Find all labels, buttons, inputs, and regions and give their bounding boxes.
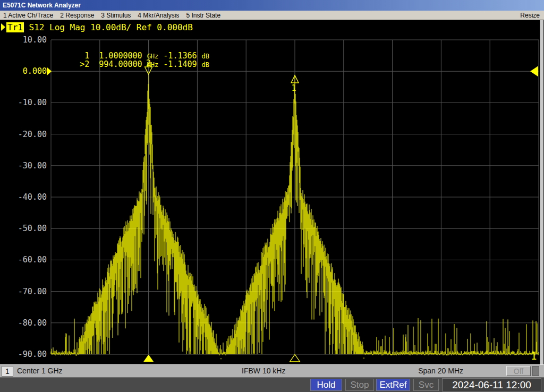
marker2-freq-unit: MHz bbox=[147, 61, 159, 69]
y-tick-label: -50.00 bbox=[0, 224, 47, 233]
trace1-chip[interactable]: Tr1 bbox=[6, 22, 24, 32]
window-title: E5071C Network Analyzer bbox=[3, 2, 81, 9]
instrument-status-bar: Hold Stop ExtRef Svc 2024-06-11 12:00 bbox=[0, 377, 544, 392]
status-bar-end-segment bbox=[532, 366, 539, 376]
window-right-border bbox=[540, 20, 544, 377]
analyzer-window: E5071C Network Analyzer 1 Active Ch/Trac… bbox=[0, 0, 544, 392]
extref-button[interactable]: ExtRef bbox=[376, 379, 410, 391]
channel-number-box: 1 bbox=[2, 366, 13, 377]
marker2-readout: >2 994.00000 MHz -1.1409 dB bbox=[51, 50, 209, 79]
marker2-value: -1.1409 bbox=[158, 59, 201, 69]
ref-level-marker-right bbox=[530, 66, 538, 76]
menu-instr-state[interactable]: 5 Instr State bbox=[186, 12, 220, 19]
menu-bar: 1 Active Ch/Trace 2 Response 3 Stimulus … bbox=[0, 11, 544, 20]
menu-active-ch-trace[interactable]: 1 Active Ch/Trace bbox=[3, 12, 53, 19]
ifbw-field[interactable]: IFBW 10 kHz bbox=[242, 365, 285, 377]
active-trace-arrow-icon bbox=[1, 23, 5, 31]
trace-header: Tr1 S12 Log Mag 10.00dB/ Ref 0.000dB bbox=[1, 22, 193, 32]
svc-button[interactable]: Svc bbox=[413, 379, 439, 391]
marker2-select: >2 bbox=[80, 59, 99, 69]
y-tick-label: -90.00 bbox=[0, 350, 47, 359]
y-tick-label: -10.00 bbox=[0, 98, 47, 107]
display-area: 121 Tr1 S12 Log Mag 10.00dB/ Ref 0.000dB… bbox=[0, 20, 544, 364]
marker-1-stimulus-handle[interactable] bbox=[290, 355, 300, 362]
hold-button[interactable]: Hold bbox=[310, 379, 342, 391]
datetime-display: 2024-06-11 12:00 bbox=[442, 378, 541, 391]
marker2-value-unit: dB bbox=[202, 61, 209, 69]
menu-resize[interactable]: Resize bbox=[520, 12, 540, 19]
y-tick-label: -20.00 bbox=[0, 130, 47, 139]
center-frequency-field[interactable]: Center 1 GHz bbox=[17, 365, 63, 377]
marker-2-stimulus-handle[interactable] bbox=[143, 355, 154, 362]
y-tick-label: -30.00 bbox=[0, 161, 47, 171]
stop-button[interactable]: Stop bbox=[345, 379, 374, 391]
marker2-frequency: 994.00000 bbox=[99, 59, 147, 69]
trace1-definition: S12 Log Mag 10.00dB/ Ref 0.000dB bbox=[24, 22, 193, 32]
y-tick-label: -40.00 bbox=[0, 192, 47, 202]
marker-1-label: 1 bbox=[291, 83, 296, 93]
y-tick-label: 0.000 bbox=[0, 66, 47, 76]
status-bar: 1 Center 1 GHz IFBW 10 kHz Span 20 MHz O… bbox=[0, 364, 544, 377]
y-tick-label: -80.00 bbox=[0, 318, 47, 328]
title-bar: E5071C Network Analyzer bbox=[0, 0, 544, 11]
menu-stimulus[interactable]: 3 Stimulus bbox=[101, 12, 131, 19]
y-tick-label: -60.00 bbox=[0, 255, 47, 265]
y-tick-label: 10.00 bbox=[0, 35, 47, 45]
menu-mkr-analysis[interactable]: 4 Mkr/Analysis bbox=[138, 12, 179, 19]
trace-end-number: 1 bbox=[531, 350, 537, 362]
off-button[interactable]: Off bbox=[506, 366, 531, 376]
span-field[interactable]: Span 20 MHz bbox=[418, 365, 463, 377]
menu-response[interactable]: 2 Response bbox=[60, 12, 94, 19]
y-tick-label: -70.00 bbox=[0, 287, 47, 296]
